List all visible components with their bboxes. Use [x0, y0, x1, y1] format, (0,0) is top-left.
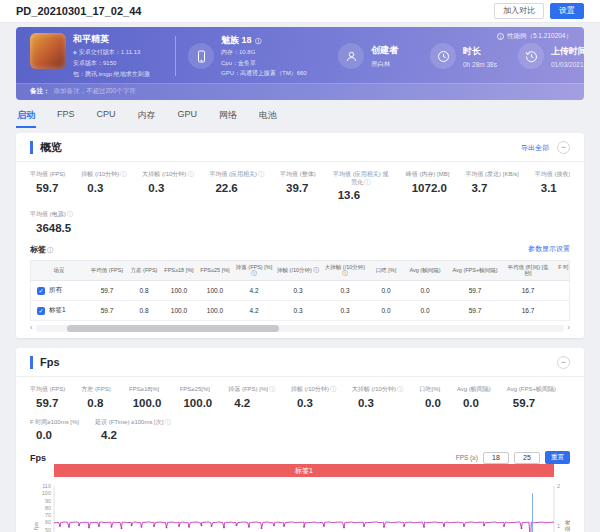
- collapse-fps-button[interactable]: −: [557, 356, 570, 369]
- metric-label: 平均值 (接收) [KB/s]: [535, 171, 570, 179]
- fps-dip-point: [153, 525, 155, 527]
- metric-value: 0.0: [457, 397, 491, 409]
- scrollbar-track[interactable]: [36, 325, 565, 332]
- remark-bar[interactable]: 备注： 添加备注，不超过200个字符: [16, 83, 584, 100]
- row-checkbox[interactable]: ✓: [37, 287, 45, 295]
- column-header: 大掉帧 (/10分钟) ⓘ: [321, 261, 369, 281]
- fps-card: Fps − 平均值 (FPS)59.7方差 (FPS)0.8FPS≥18[%]1…: [16, 348, 584, 532]
- metric-label: 大掉帧 (/10分钟)ⓘ: [352, 386, 403, 394]
- tags-table: 场景平均值 (FPS)方差 (FPS)FPS≥18 [%]FPS≥25 [%]掉…: [31, 261, 570, 322]
- metric: 平均值 (整体)39.7: [280, 171, 316, 201]
- info-icon[interactable]: ⓘ: [255, 37, 261, 46]
- duration-label: 时长: [463, 45, 497, 58]
- table-cell: 59.7: [87, 301, 127, 321]
- svg-text:100: 100: [42, 491, 51, 497]
- tab-FPS[interactable]: FPS: [56, 107, 76, 128]
- metric-value: 59.7: [30, 397, 65, 409]
- column-header: 平均值 (FPS): [87, 261, 127, 281]
- info-icon[interactable]: ⓘ: [364, 179, 370, 187]
- metric: 平均值 (接收) [KB/s]3.1: [535, 171, 570, 201]
- info-icon[interactable]: ⓘ: [67, 211, 73, 219]
- fps-dip-point: [201, 525, 203, 527]
- tab-内存[interactable]: 内存: [137, 107, 157, 128]
- info-icon[interactable]: ⓘ: [397, 386, 403, 394]
- perfdog-version-badge: i 性能狗（5.1.210204）: [497, 32, 572, 41]
- info-icon[interactable]: ⓘ: [269, 386, 275, 394]
- metric-label: 平均值 (整体): [280, 171, 316, 179]
- fps-threshold-high-input[interactable]: [514, 452, 540, 464]
- scroll-left-icon[interactable]: ‹: [30, 324, 33, 332]
- fps-dip-point: [303, 526, 305, 528]
- tab-网络[interactable]: 网络: [218, 107, 238, 128]
- add-to-compare-button[interactable]: 加入对比: [494, 3, 544, 19]
- table-cell: 4.2: [233, 281, 275, 301]
- export-all-link[interactable]: 导出全部: [521, 143, 549, 153]
- metric-value: 0.8: [81, 397, 110, 409]
- fps-chart-title: Fps: [30, 453, 46, 463]
- phone-icon: [188, 43, 214, 69]
- metric-value: 59.7: [30, 182, 65, 194]
- metric-value: 1072.0: [406, 182, 450, 194]
- column-header: 掉帧 (/10分钟) ⓘ: [275, 261, 321, 281]
- table-cell: 16.7: [503, 281, 553, 301]
- scrollbar-thumb[interactable]: [67, 325, 278, 332]
- fps-chart-svg[interactable]: 标签10102030405060708090100110210fps标签00:0…: [30, 464, 570, 532]
- metric-label: 大掉帧 (/10分钟)ⓘ: [142, 171, 193, 179]
- parameter-display-settings-link[interactable]: 参数显示设置: [528, 244, 570, 254]
- fps-dip-point: [483, 525, 485, 527]
- metric-value: 4.2: [95, 429, 170, 441]
- info-icon[interactable]: ⓘ: [164, 419, 170, 427]
- report-title: PD_20210301_17_02_44: [16, 5, 141, 17]
- fps-threshold-low-input[interactable]: [483, 452, 509, 464]
- app-package: 包：腾讯.tmgp.绝地求生刺激: [73, 70, 150, 79]
- metric-label: 方差 (FPS): [81, 386, 110, 394]
- fps-dip-point: [248, 526, 250, 528]
- settings-button[interactable]: 设置: [550, 3, 584, 19]
- table-cell: 0.3: [321, 301, 369, 321]
- fps-dip-point: [68, 526, 70, 528]
- metric: 大掉帧 (/10分钟)ⓘ0.3: [352, 386, 403, 409]
- overview-metrics-row2: 平均值 (电源)ⓘ3648.5: [30, 211, 570, 234]
- fps-dip-point: [363, 525, 365, 527]
- fps-dip-point: [403, 525, 405, 527]
- scroll-right-icon[interactable]: ›: [567, 324, 570, 332]
- info-icon[interactable]: ⓘ: [47, 246, 53, 255]
- fps-dip-point: [283, 525, 285, 527]
- info-icon[interactable]: ⓘ: [330, 386, 336, 394]
- svg-text:fps: fps: [33, 522, 39, 530]
- column-header: FPS≥18 [%]: [161, 261, 197, 281]
- upload-time-value: 01/03/2021 17:02:52: [551, 61, 584, 68]
- collapse-overview-button[interactable]: −: [557, 141, 570, 154]
- metric-label: FPS≥25[%]: [177, 386, 212, 394]
- tab-启动[interactable]: 启动: [16, 107, 36, 128]
- metric: 延误 (FTime) ≥100ms [次]ⓘ4.2: [95, 419, 170, 442]
- metric-value: 100.0: [177, 397, 212, 409]
- history-clock-icon: [518, 43, 544, 69]
- upload-time-label: 上传时间: [551, 45, 584, 58]
- fps-dip-point: [463, 525, 465, 527]
- info-icon[interactable]: ⓘ: [187, 171, 193, 179]
- diamond-icon: ◆: [73, 49, 77, 55]
- tab-电池[interactable]: 电池: [258, 107, 278, 128]
- reset-button[interactable]: 重置: [545, 451, 570, 464]
- device-name: 魅族 18 ⓘ: [221, 34, 307, 47]
- fps-chart[interactable]: 标签10102030405060708090100110210fps标签00:0…: [30, 464, 570, 532]
- metric: 平均值 (应用相关) 规范化ⓘ13.6: [332, 171, 390, 201]
- column-header: 方差 (FPS): [127, 261, 161, 281]
- tab-GPU[interactable]: GPU: [177, 107, 199, 128]
- app-name: 和平精英: [73, 33, 150, 46]
- metric-label: 平均值 (应用相关)ⓘ: [209, 171, 264, 179]
- clock-icon: [430, 43, 456, 69]
- metric-value: 13.6: [332, 189, 390, 201]
- metric-tabs: 启动FPSCPU内存GPU网络电池: [16, 107, 584, 128]
- info-icon[interactable]: ⓘ: [120, 171, 126, 179]
- metric: 掉帧 (/10分钟)ⓘ0.3: [291, 386, 336, 409]
- svg-text:60: 60: [45, 520, 51, 526]
- fps-metrics-row2: F 时间≥100ms [%]0.0延误 (FTime) ≥100ms [次]ⓘ4…: [30, 419, 570, 442]
- fps-dip-point: [236, 525, 238, 527]
- tab-CPU[interactable]: CPU: [96, 107, 117, 128]
- info-icon[interactable]: ⓘ: [258, 171, 264, 179]
- metric-label: 平均值 (应用相关) 规范化ⓘ: [332, 171, 390, 186]
- creator-label: 创建者: [371, 44, 398, 57]
- row-checkbox[interactable]: ✓: [37, 307, 45, 315]
